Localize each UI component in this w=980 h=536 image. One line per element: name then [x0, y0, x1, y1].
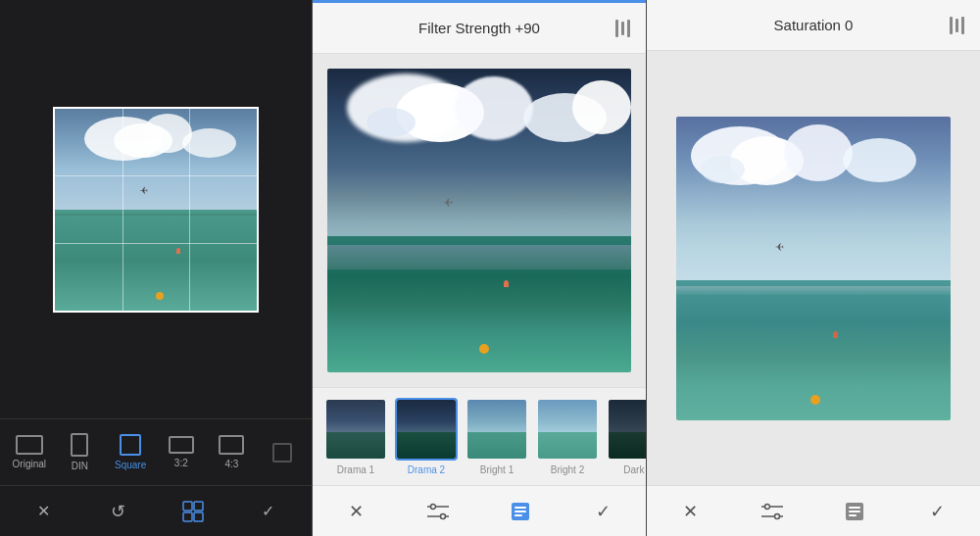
left-confirm-button[interactable]: ✓	[253, 496, 284, 527]
right-confirm-button[interactable]: ✓	[921, 496, 953, 527]
svg-rect-9	[514, 507, 526, 509]
crop-option-3-2[interactable]: 3:2	[160, 436, 203, 468]
crop-label-4-3: 4:3	[225, 459, 239, 469]
crop-option-din[interactable]: DIN	[58, 433, 101, 471]
crop-option-4-3[interactable]: 4:3	[210, 435, 253, 469]
right-bottom-bar: ✕ ✓	[647, 485, 980, 536]
filter-drama1[interactable]: Drama 1	[324, 398, 387, 475]
filter-bright2-label: Bright 2	[551, 464, 584, 475]
svg-rect-17	[849, 507, 860, 509]
filter-drama2[interactable]: Drama 2	[395, 398, 458, 475]
svg-point-13	[765, 504, 770, 509]
right-header: Saturation 0	[647, 0, 980, 51]
left-grid-button[interactable]	[177, 496, 209, 527]
crop-label-din: DIN	[72, 461, 88, 471]
mid-header: Filter Strength +90	[313, 3, 646, 54]
mid-confirm-button[interactable]: ✓	[587, 496, 618, 527]
crop-label-3-2: 3:2	[174, 458, 188, 468]
mid-header-title: Filter Strength +90	[418, 20, 540, 36]
filter-dark1-img	[607, 398, 646, 461]
crop-option-square[interactable]: Square	[109, 434, 152, 470]
mid-split-icon[interactable]	[615, 20, 630, 37]
left-cancel-button[interactable]: ✕	[27, 496, 59, 527]
svg-rect-18	[849, 511, 860, 512]
mid-bottom-bar: ✕ ✓	[313, 485, 646, 536]
left-panel: ✈ Original DIN	[0, 0, 312, 536]
mid-panel: Filter Strength +90 ✈	[312, 0, 647, 536]
right-adjust-button[interactable]	[757, 496, 788, 527]
svg-rect-3	[194, 512, 203, 521]
svg-rect-2	[183, 512, 192, 521]
right-cancel-button[interactable]: ✕	[674, 496, 706, 527]
crop-label-original: Original	[13, 459, 46, 469]
filter-drama1-label: Drama 1	[337, 464, 374, 475]
left-bottom-bar: ✕ ↺ ✓	[0, 485, 312, 536]
filter-bright2[interactable]: Bright 2	[536, 398, 599, 475]
svg-rect-19	[849, 514, 857, 516]
mid-cancel-button[interactable]: ✕	[340, 496, 371, 527]
svg-rect-11	[514, 514, 522, 516]
mid-adjust-button[interactable]	[422, 496, 454, 527]
right-header-title: Saturation 0	[774, 17, 854, 33]
svg-rect-1	[194, 502, 203, 511]
right-filter-button[interactable]	[839, 496, 870, 527]
right-image-area: ✈	[647, 51, 980, 485]
crop-toolbar: Original DIN Square 3:2 4:3	[0, 418, 312, 485]
filter-dark1[interactable]: Dark 1	[607, 398, 646, 475]
mid-filter-button[interactable]	[505, 496, 536, 527]
filter-drama2-label: Drama 2	[408, 464, 445, 475]
filter-drama1-img	[324, 398, 387, 461]
svg-point-7	[441, 513, 446, 518]
svg-rect-0	[183, 502, 192, 511]
crop-option-extra[interactable]	[261, 443, 304, 463]
filter-bright2-img	[536, 398, 599, 461]
left-image-area: ✈	[0, 0, 312, 418]
filter-dark1-label: Dark 1	[623, 464, 646, 475]
right-panel: Saturation 0 ✈	[647, 0, 980, 536]
svg-rect-10	[514, 511, 526, 512]
filter-bright1-img	[466, 398, 528, 461]
crop-option-original[interactable]: Original	[8, 435, 51, 469]
filter-drama2-img	[395, 398, 458, 461]
svg-point-15	[775, 513, 780, 518]
crop-label-square: Square	[115, 460, 146, 470]
filter-strip: Drama 1 Drama 2 Bright 1 Bright 2	[313, 387, 646, 485]
filter-bright1[interactable]: Bright 1	[466, 398, 528, 475]
svg-point-5	[431, 504, 436, 509]
left-undo-button[interactable]: ↺	[103, 496, 134, 527]
mid-image-area: ✈	[313, 54, 646, 387]
filter-bright1-label: Bright 1	[480, 464, 514, 475]
right-split-icon[interactable]	[950, 17, 964, 34]
